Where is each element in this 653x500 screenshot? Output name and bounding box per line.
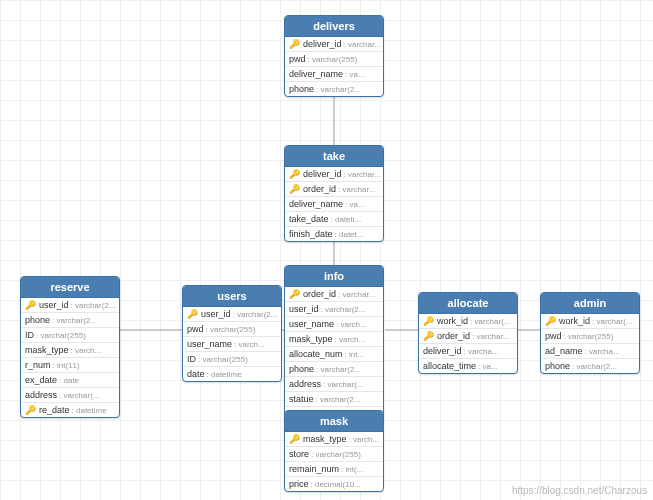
column-name: ex_date <box>25 375 57 385</box>
column-type: : varchar(2... <box>572 362 617 371</box>
column-name: deliver_id <box>303 169 342 179</box>
column-type: : varchar(255) <box>36 331 86 340</box>
column-type: : varcha... <box>464 347 499 356</box>
column-row: remain_num: int(... <box>285 462 383 477</box>
column-name: phone <box>25 315 50 325</box>
entity-allocate[interactable]: allocate 🔑work_id: varchar(...🔑order_id:… <box>418 292 518 374</box>
entity-users[interactable]: users 🔑user_id: varchar(2...pwd: varchar… <box>182 285 282 382</box>
column-name: order_id <box>303 184 336 194</box>
column-name: ID <box>187 354 196 364</box>
column-row: 🔑user_id: varchar(2... <box>183 307 281 322</box>
column-name: pwd <box>289 54 306 64</box>
entity-take[interactable]: take 🔑deliver_id: varchar...🔑order_id: v… <box>284 145 384 242</box>
entity-delivers[interactable]: delivers 🔑deliver_id: varchar...pwd: var… <box>284 15 384 97</box>
key-icon: 🔑 <box>289 289 300 299</box>
column-name: user_id <box>289 304 319 314</box>
entity-mask[interactable]: mask 🔑mask_type: varch...store: varchar(… <box>284 410 384 492</box>
column-row: user_name: varch... <box>183 337 281 352</box>
column-row: 🔑re_date: datetime <box>21 403 119 417</box>
column-type: : va... <box>345 200 365 209</box>
column-type: : int(11) <box>53 361 80 370</box>
entity-header: info <box>285 266 383 287</box>
column-type: : varch... <box>234 340 265 349</box>
column-type: : varchar(2... <box>316 395 361 404</box>
column-type: : datet... <box>335 230 364 239</box>
column-row: phone: varchar(2... <box>541 359 639 373</box>
key-icon: 🔑 <box>545 316 556 326</box>
column-row: deliver_name: va... <box>285 197 383 212</box>
column-row: ID: varchar(255) <box>21 328 119 343</box>
entity-header: take <box>285 146 383 167</box>
column-type: : varchar(... <box>59 391 99 400</box>
column-type: : varchar(255) <box>564 332 614 341</box>
column-type: : varchar... <box>344 40 381 49</box>
column-type: : varchar(2... <box>233 310 278 319</box>
entity-body: 🔑deliver_id: varchar...pwd: varchar(255)… <box>285 37 383 96</box>
column-type: : varchar(2... <box>316 365 361 374</box>
column-row: pwd: varchar(255) <box>541 329 639 344</box>
column-row: phone: varchar(2... <box>285 82 383 96</box>
column-row: ID: varchar(255) <box>183 352 281 367</box>
column-row: address: varchar(... <box>21 388 119 403</box>
column-row: deliver_id: varcha... <box>419 344 517 359</box>
key-icon: 🔑 <box>289 434 300 444</box>
column-type: : varchar... <box>338 290 375 299</box>
column-type: : varchar(... <box>470 317 510 326</box>
column-type: : int(... <box>341 465 363 474</box>
column-row: phone: varchar(2... <box>285 362 383 377</box>
entity-header: reserve <box>21 277 119 298</box>
column-name: deliver_id <box>303 39 342 49</box>
column-name: statue <box>289 394 314 404</box>
entity-body: 🔑order_id: varchar...user_id: varchar(2.… <box>285 287 383 421</box>
column-row: 🔑mask_type: varch... <box>285 432 383 447</box>
column-name: address <box>289 379 321 389</box>
column-row: 🔑work_id: varchar(... <box>541 314 639 329</box>
column-type: : varchar(2... <box>71 301 116 310</box>
column-name: mask_type <box>25 345 69 355</box>
column-type: : datetime <box>72 406 107 415</box>
column-name: take_date <box>289 214 329 224</box>
key-icon: 🔑 <box>25 300 36 310</box>
column-row: 🔑work_id: varchar(... <box>419 314 517 329</box>
column-type: : va... <box>478 362 498 371</box>
column-name: re_date <box>39 405 70 415</box>
entity-admin[interactable]: admin 🔑work_id: varchar(...pwd: varchar(… <box>540 292 640 374</box>
column-row: mask_type: varch... <box>21 343 119 358</box>
column-type: : varchar(255) <box>206 325 256 334</box>
column-type: : varchar... <box>338 185 375 194</box>
column-name: phone <box>289 84 314 94</box>
entity-reserve[interactable]: reserve 🔑user_id: varchar(2...phone: var… <box>20 276 120 418</box>
column-row: r_num: int(11) <box>21 358 119 373</box>
column-name: user_id <box>39 300 69 310</box>
column-name: address <box>25 390 57 400</box>
column-row: allocate_num: int... <box>285 347 383 362</box>
column-type: : varchar... <box>344 170 381 179</box>
column-row: phone: varchar(2... <box>21 313 119 328</box>
column-row: take_date: dateti... <box>285 212 383 227</box>
column-type: : datetime <box>207 370 242 379</box>
key-icon: 🔑 <box>289 184 300 194</box>
column-type: : varch... <box>71 346 102 355</box>
entity-body: 🔑user_id: varchar(2...phone: varchar(2..… <box>21 298 119 417</box>
column-name: ID <box>25 330 34 340</box>
entity-header: delivers <box>285 16 383 37</box>
column-type: : dateti... <box>331 215 362 224</box>
column-name: remain_num <box>289 464 339 474</box>
column-name: order_id <box>437 331 470 341</box>
entity-body: 🔑deliver_id: varchar...🔑order_id: varcha… <box>285 167 383 241</box>
column-type: : varch... <box>335 335 366 344</box>
column-name: user_id <box>201 309 231 319</box>
column-row: mask_type: varch... <box>285 332 383 347</box>
entity-body: 🔑user_id: varchar(2...pwd: varchar(255)u… <box>183 307 281 381</box>
column-type: : va... <box>345 70 365 79</box>
column-name: ad_name <box>545 346 583 356</box>
entity-info[interactable]: info 🔑order_id: varchar...user_id: varch… <box>284 265 384 422</box>
column-name: allocate_time <box>423 361 476 371</box>
column-name: phone <box>545 361 570 371</box>
column-row: 🔑order_id: varchar... <box>419 329 517 344</box>
key-icon: 🔑 <box>423 331 434 341</box>
key-icon: 🔑 <box>423 316 434 326</box>
entity-body: 🔑work_id: varchar(...pwd: varchar(255)ad… <box>541 314 639 373</box>
column-name: price <box>289 479 309 489</box>
column-row: address: varchar(... <box>285 377 383 392</box>
